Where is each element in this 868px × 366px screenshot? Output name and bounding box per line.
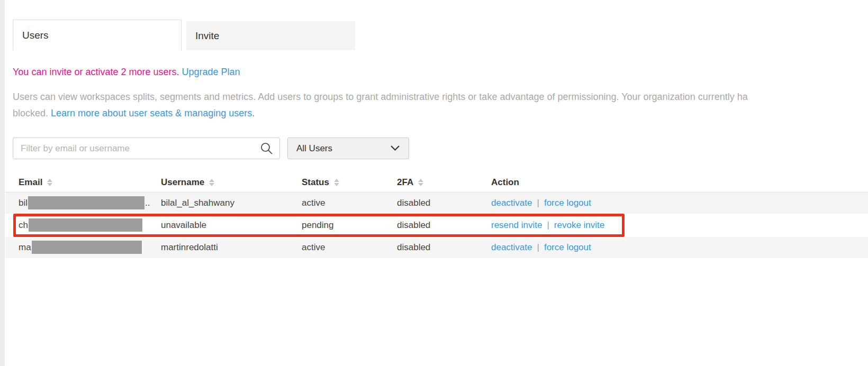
user-filter-selected: All Users [296, 143, 332, 154]
cell-username: bilal_al_shahwany [161, 198, 302, 208]
table-row: ma martinredolatti active disabled deact… [5, 237, 868, 258]
action-separator: | [537, 198, 539, 208]
sort-icon[interactable] [334, 179, 339, 186]
header-2fa: 2FA [397, 177, 491, 188]
force-logout-link[interactable]: force logout [544, 198, 591, 208]
filter-toolbar: All Users [5, 138, 868, 159]
cell-email: bil.. [19, 197, 161, 210]
header-email: Email [19, 177, 161, 188]
action-separator: | [547, 220, 549, 230]
header-email-label: Email [19, 177, 42, 188]
deactivate-link[interactable]: deactivate [491, 242, 532, 252]
user-filter-dropdown[interactable]: All Users [287, 138, 409, 159]
email-prefix: ma [19, 242, 31, 252]
users-description-line2: blocked. Learn more about user seats & m… [13, 105, 868, 122]
sort-icon[interactable] [47, 179, 52, 186]
user-admin-panel: Users Invite You can invite or activate … [5, 0, 868, 366]
tab-invite[interactable]: Invite [186, 21, 355, 50]
resend-invite-link[interactable]: resend invite [491, 220, 542, 230]
table-row: bil.. bilal_al_shahwany active disabled … [5, 193, 868, 214]
header-status: Status [302, 177, 397, 188]
cell-actions: deactivate|force logout [491, 198, 868, 208]
cell-status: active [302, 242, 397, 253]
upgrade-plan-link[interactable]: Upgrade Plan [182, 67, 240, 77]
tab-invite-label: Invite [195, 30, 219, 42]
revoke-invite-link[interactable]: revoke invite [554, 220, 604, 230]
action-separator: | [537, 242, 539, 252]
cell-2fa: disabled [397, 220, 491, 231]
chevron-down-icon [390, 143, 400, 154]
cell-actions: deactivate|force logout [491, 242, 868, 253]
cell-2fa: disabled [397, 242, 491, 253]
cell-username: unavailable [161, 220, 302, 231]
cell-username: martinredolatti [161, 242, 302, 253]
quota-notice-text: You can invite or activate 2 more users. [13, 67, 179, 77]
filter-input[interactable] [13, 138, 280, 159]
email-prefix: bil [19, 197, 28, 207]
header-action: Action [491, 177, 868, 188]
sort-icon[interactable] [209, 179, 214, 186]
tab-users[interactable]: Users [13, 20, 182, 50]
header-2fa-label: 2FA [397, 177, 413, 188]
users-table: Email Username Status 2FA Action bil.. [5, 173, 868, 258]
quota-notice: You can invite or activate 2 more users.… [5, 67, 868, 78]
users-description-line2-text: blocked. [13, 108, 51, 118]
learn-more-link[interactable]: Learn more about user seats & managing u… [51, 108, 255, 118]
table-row-highlighted: ch unavailable pending disabled resend i… [5, 214, 868, 237]
cell-2fa: disabled [397, 198, 491, 208]
users-description-line1: Users can view workspaces splits, segmen… [13, 89, 868, 105]
tab-users-label: Users [22, 30, 49, 41]
cell-email: ma [19, 241, 161, 254]
users-table-header: Email Username Status 2FA Action [5, 173, 868, 193]
cell-status: active [302, 198, 397, 208]
header-username-label: Username [161, 177, 204, 188]
email-suffix: .. [145, 197, 150, 207]
email-prefix: ch [19, 219, 28, 230]
redacted-email-block [29, 218, 142, 232]
users-description: Users can view workspaces splits, segmen… [5, 89, 868, 122]
header-status-label: Status [302, 177, 329, 188]
tab-bar: Users Invite [5, 20, 868, 50]
sort-icon[interactable] [418, 179, 423, 186]
header-username: Username [161, 177, 302, 188]
cell-status: pending [302, 220, 397, 231]
filter-box [13, 138, 280, 159]
redacted-email-block [28, 196, 144, 209]
cell-actions: resend invite|revoke invite [491, 220, 868, 231]
search-icon [260, 142, 274, 158]
deactivate-link[interactable]: deactivate [491, 198, 532, 208]
header-action-label: Action [491, 177, 519, 188]
redacted-email-block [32, 241, 142, 254]
force-logout-link[interactable]: force logout [544, 242, 591, 252]
page-left-gutter [0, 0, 5, 366]
cell-email: ch [19, 219, 161, 232]
